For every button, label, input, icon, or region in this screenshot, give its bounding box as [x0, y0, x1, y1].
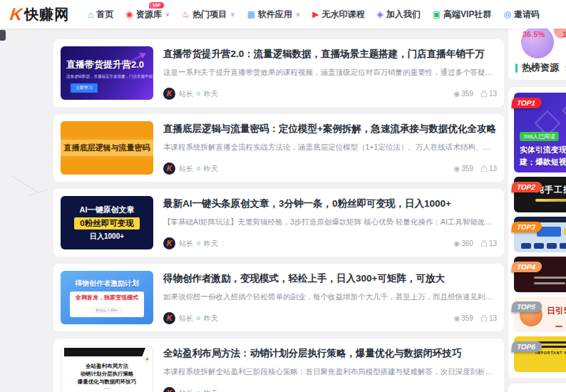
rank-badge: TOP1 — [511, 98, 542, 108]
thumb-title: AI一键原创文章 — [80, 205, 135, 215]
article-meta: K 站长 昨天 ◉359 凸13 — [163, 312, 497, 324]
ribbon-decoration — [64, 348, 145, 356]
article-card[interactable]: ✚ ✚ 全站盈利布局方法 动销计划分层执行策略 爆量优化与数据闭环技巧 全站盈利… — [53, 339, 504, 392]
publish-time: 昨天 — [204, 314, 218, 324]
likes-count: 13 — [489, 314, 497, 322]
thumb-button: 立即学习 — [71, 83, 98, 93]
article-thumbnail[interactable]: 直播带货提升营2.0 流量逻辑数据，直播场景主题搭建，门店直播年销千万 立即学习 — [61, 46, 153, 100]
likes-count: 13 — [489, 165, 497, 172]
top-item-1[interactable]: TOP1 398人已阅读 实体引流变现 建；爆款短视 — [514, 93, 566, 172]
article-card[interactable]: 直播带货提升营2.0 流量逻辑数据，直播场景主题搭建，门店直播年销千万 立即学习… — [53, 39, 504, 107]
views-count: 359 — [461, 165, 473, 172]
main-nav: ⌂ 首页 ◉ 资源库 VIP ∨ ♨ 热门项目 ∨ ▦ 软件应用 ∨ ▶ 无水印… — [88, 9, 540, 21]
vip-group-icon: ▣ — [433, 10, 441, 19]
stat-percentage: 36.5% — [523, 30, 545, 38]
nav-label: 无水印课程 — [322, 9, 365, 21]
publish-time: 昨天 — [204, 388, 218, 392]
chevron-down-icon: ∨ — [296, 11, 301, 18]
text-decoration — [535, 199, 566, 202]
like-icon: 凸 — [480, 239, 488, 249]
author-name[interactable]: 站长 — [179, 164, 193, 174]
author-name[interactable]: 站长 — [179, 239, 193, 249]
stat-percentage: 19 — [562, 30, 566, 38]
thumb-title: 直播底层逻辑与流量密码 — [61, 140, 153, 156]
top-caption: 实体引流变现 建；爆款短视 — [520, 144, 566, 169]
stats-widget: 36.5% 19 热榜资源 免 — [508, 29, 566, 80]
home-icon: ⌂ — [88, 10, 93, 19]
read-count-badge: 398人已阅读 — [520, 132, 559, 141]
article-title[interactable]: 直播底层逻辑与流量密码：定位模型+案例拆解，急速流承接与数据优化全攻略 — [163, 123, 497, 135]
text-decoration — [534, 282, 565, 284]
author-avatar[interactable]: K — [163, 387, 175, 392]
top-item-2[interactable]: TOP2 纯手工搬砖 — [514, 177, 566, 212]
brand-logo-icon: K — [9, 4, 24, 24]
brand-logo[interactable]: K 快赚网 — [10, 4, 69, 24]
background-decoration — [28, 189, 48, 196]
author-avatar[interactable]: K — [163, 88, 175, 100]
author-avatar[interactable]: K — [163, 237, 175, 249]
nav-label: 首页 — [96, 9, 113, 21]
top-item-4[interactable]: TOP4 — [514, 257, 566, 292]
rank-badge: TOP2 — [511, 182, 542, 192]
section-title: 热榜资源 — [522, 61, 559, 74]
nav-item-invite-code[interactable]: ◎ 邀请码 — [503, 9, 539, 21]
join-icon: ◈ — [377, 10, 384, 19]
author-avatar[interactable]: K — [163, 163, 175, 175]
article-thumbnail[interactable]: 直播底层逻辑与流量密码 — [61, 121, 153, 175]
author-name[interactable]: 站长 — [179, 89, 193, 99]
article-card[interactable]: 得物创作者激励计划 全网首发，独家变现模式 轻松日入300+ 得物创作者激励，变… — [53, 264, 504, 331]
status-dot — [197, 242, 200, 245]
article-card[interactable]: 直播底层逻辑与流量密码 直播底层逻辑与流量密码：定位模型+案例拆解，急速流承接与… — [53, 114, 504, 182]
article-title[interactable]: 得物创作者激励，变现模式，轻松上手，日入300+可矩阵，可放大 — [163, 272, 497, 285]
nav-item-join-us[interactable]: ◈ 加入我们 — [377, 9, 421, 21]
publish-time: 昨天 — [204, 239, 218, 249]
article-thumbnail[interactable]: ✚ ✚ 全站盈利布局方法 动销计划分层执行策略 爆量优化与数据闭环技巧 — [61, 346, 153, 392]
author-name[interactable]: 站长 — [179, 388, 193, 392]
nav-item-vip-community[interactable]: ▣ 高端VIP社群 — [433, 9, 492, 21]
author-name[interactable]: 站长 — [179, 314, 193, 324]
thumb-subtitle: 爆量优化与数据闭环技巧 — [78, 378, 137, 386]
rank-badge: TOP5 — [511, 301, 542, 312]
article-thumbnail[interactable]: AI一键原创文章 0粉丝即可变现 日入1000+ — [61, 196, 153, 249]
views-icon: ◉ — [453, 165, 460, 172]
thumb-button — [555, 326, 562, 327]
article-meta: K 站长 昨天 ◉359 凸13 — [163, 88, 497, 100]
article-meta: K 站长 昨天 ◉359 凸13 — [163, 163, 497, 175]
article-title[interactable]: 全站盈利布局方法：动销计划分层执行策略，爆量优化与数据闭环技巧 — [163, 347, 497, 360]
top-item-3[interactable]: TOP3 — [514, 217, 566, 252]
nav-label: 加入我们 — [386, 9, 421, 21]
marker-decoration: ✚ — [145, 356, 148, 359]
top-item-5[interactable]: TOP5 日引500+ — [514, 296, 566, 332]
article-card[interactable]: AI一键原创文章 0粉丝即可变现 日入1000+ 最新AI一键头条原创文章，3分… — [53, 189, 504, 257]
article-thumbnail[interactable]: 得物创作者激励计划 全网首发，独家变现模式 轻松日入300+ — [61, 271, 153, 324]
floating-widget[interactable] — [0, 30, 6, 41]
publish-time: 昨天 — [204, 164, 218, 174]
nav-label: 邀请码 — [514, 9, 540, 21]
article-title[interactable]: 最新AI一键头条原创文章，3分钟一条，0粉丝即可变现，日入1000+ — [163, 197, 497, 210]
article-title[interactable]: 直播带货提升营2.0：流量逻辑数据，直播场景主题搭建，门店直播年销千万 — [163, 48, 497, 61]
resource-icon: ◉ — [125, 10, 133, 19]
block-row-decoration — [521, 243, 566, 249]
thumb-subtitle: 轻松日入300+ — [93, 307, 120, 313]
nav-item-software[interactable]: ▦ 软件应用 ∨ — [247, 9, 300, 21]
thumb-subtitle: 日入1000+ — [90, 232, 124, 242]
rank-badge: TOP3 — [511, 222, 542, 232]
article-description: 本课程系统拆解直播全流程实战方法论，涵盖底层定位模型（1+1定位法）、万人在线话… — [163, 143, 497, 153]
views-icon: ◉ — [453, 239, 460, 247]
chevron-down-icon: ∨ — [230, 11, 235, 18]
section-bar-decoration — [515, 63, 518, 73]
nav-item-no-watermark-courses[interactable]: ▶ 无水印课程 — [312, 9, 364, 21]
article-meta: K 站长 昨天 — [163, 387, 497, 392]
nav-item-resources[interactable]: ◉ 资源库 VIP ∨ — [125, 9, 170, 21]
thumb-subtitle: 流量逻辑数据，直播场景主题搭建，门店直播年销千万 — [66, 74, 153, 79]
nav-label: 热门项目 — [192, 9, 227, 21]
thumb-highlight: 0粉丝即可变现 — [74, 217, 139, 229]
vip-badge: VIP — [149, 2, 164, 9]
nav-item-home[interactable]: ⌂ 首页 — [88, 9, 113, 21]
nav-label: 软件应用 — [258, 9, 292, 21]
nav-item-hot-projects[interactable]: ♨ 热门项目 ∨ — [182, 9, 235, 21]
author-avatar[interactable]: K — [163, 312, 175, 324]
likes-count: 13 — [489, 90, 497, 98]
top-item-6[interactable]: TOP6 IMPORTANT NOTICE — [514, 336, 566, 372]
rank-badge: TOP6 — [511, 341, 542, 352]
